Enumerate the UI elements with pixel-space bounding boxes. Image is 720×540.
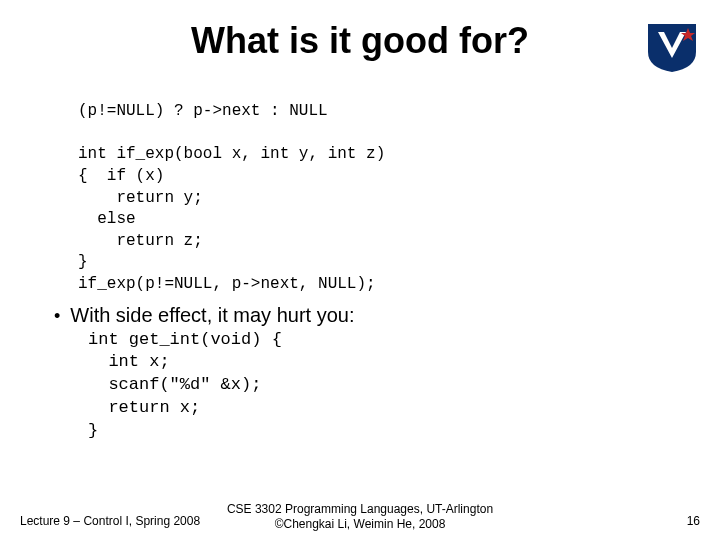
bullet-item: • With side effect, it may hurt you: [54, 304, 638, 327]
uta-logo [644, 18, 700, 74]
code-snippet-ternary: (p!=NULL) ? p->next : NULL [78, 100, 638, 122]
footer-center-line1: CSE 3302 Programming Languages, UT-Arlin… [0, 502, 720, 517]
slide-body: (p!=NULL) ? p->next : NULL int if_exp(bo… [78, 100, 638, 443]
footer-center: CSE 3302 Programming Languages, UT-Arlin… [0, 502, 720, 532]
bullet-text: With side effect, it may hurt you: [70, 304, 354, 327]
code-snippet-if-exp: int if_exp(bool x, int y, int z) { if (x… [78, 144, 638, 295]
slide-title: What is it good for? [0, 20, 720, 62]
bullet-marker: • [54, 306, 60, 327]
code-snippet-get-int: int get_int(void) { int x; scanf("%d" &x… [88, 329, 638, 444]
slide-number: 16 [687, 514, 700, 528]
footer-center-line2: ©Chengkai Li, Weimin He, 2008 [0, 517, 720, 532]
